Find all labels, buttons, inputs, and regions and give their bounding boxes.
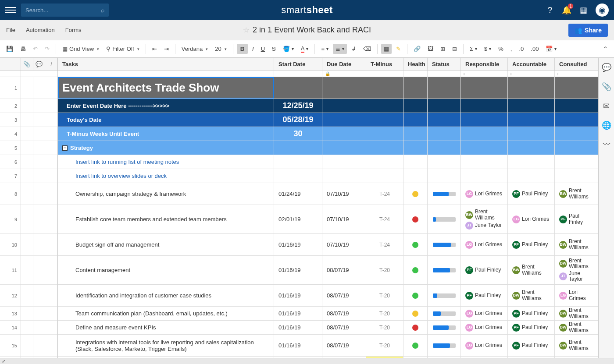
person-chip[interactable]: PFPaul Finley <box>465 292 501 300</box>
comments-column-icon[interactable]: 💬 <box>33 58 46 71</box>
cell-accountable[interactable]: LGLori Grimes <box>508 205 555 233</box>
cell-responsible[interactable]: LGLori Grimes <box>461 307 508 320</box>
cell-status[interactable] <box>428 321 461 334</box>
row-number[interactable]: 15 <box>0 335 21 357</box>
cell-accountable[interactable]: PFPaul Finley <box>508 234 555 255</box>
person-chip[interactable]: LGLori Grimes <box>465 310 502 318</box>
person-chip[interactable]: PFPaul Finley <box>512 342 548 350</box>
cell-due-date[interactable] <box>322 141 366 155</box>
cell-health[interactable] <box>403 234 428 255</box>
table-row[interactable]: Event Architects Trade Show <box>58 77 614 99</box>
cell-health[interactable] <box>403 205 428 233</box>
table-row[interactable]: Ownership, campaign strategy & framework… <box>58 183 614 205</box>
cell-accountable[interactable]: BWBrent Williams <box>508 285 555 306</box>
row-number[interactable]: 3 <box>0 113 21 127</box>
cell-task[interactable]: Content management <box>58 256 274 284</box>
cell-start-date[interactable]: 01/24/19 <box>274 183 322 205</box>
cell-accountable[interactable] <box>508 99 555 113</box>
person-chip[interactable]: BWBrent Williams <box>559 322 594 333</box>
cell-health[interactable] <box>403 141 428 155</box>
cell-task[interactable]: Integrations with internal tools for liv… <box>58 335 274 356</box>
font-color-button[interactable]: A▾ <box>298 43 311 54</box>
cell-start-date[interactable]: 30 <box>274 127 322 141</box>
cell-status[interactable] <box>428 307 461 320</box>
cell-responsible[interactable]: LGLori Grimes <box>461 335 508 356</box>
menu-forms[interactable]: Forms <box>65 27 82 33</box>
row-number[interactable]: 1 <box>0 77 21 99</box>
cell-task[interactable]: Event Architects Trade Show <box>58 77 274 99</box>
cell-health[interactable] <box>403 285 428 306</box>
person-chip[interactable]: PFPaul Finley <box>465 266 501 274</box>
cell-tminus[interactable] <box>366 141 403 155</box>
cell-responsible[interactable] <box>461 155 508 169</box>
redo-icon[interactable]: ↷ <box>42 44 52 54</box>
person-chip[interactable]: LGLori Grimes <box>465 241 502 249</box>
cell-status[interactable] <box>428 285 461 306</box>
cell-status[interactable] <box>428 234 461 255</box>
borders-icon[interactable]: ▦ <box>381 44 392 54</box>
cell-task[interactable]: Enter Event Date Here ------------->>>>> <box>58 99 274 113</box>
row-number[interactable]: 8 <box>0 183 21 205</box>
row-number[interactable]: 7 <box>0 169 21 183</box>
person-chip[interactable]: LGLori Grimes <box>465 324 502 332</box>
notifications-icon[interactable]: 🔔1 <box>562 6 571 14</box>
cell-start-date[interactable]: 12/25/19 <box>274 99 322 113</box>
link-icon[interactable]: 🔗 <box>411 44 423 54</box>
person-chip[interactable]: PFPaul Finley <box>512 241 548 249</box>
cell-accountable[interactable] <box>508 169 555 183</box>
cell-consulted[interactable] <box>555 77 599 99</box>
italic-button[interactable]: I <box>250 44 257 54</box>
cell-responsible[interactable] <box>461 77 508 99</box>
person-chip[interactable]: BWBrent Williams <box>559 307 594 319</box>
table-row[interactable]: Content management 01/16/19 08/07/19 T-2… <box>58 256 614 285</box>
person-chip[interactable]: BWBrent Williams <box>465 209 503 220</box>
favorite-star-icon[interactable]: ☆ <box>243 26 249 34</box>
cell-accountable[interactable] <box>508 155 555 169</box>
person-chip[interactable]: BWBrent Williams <box>512 290 550 301</box>
person-chip[interactable]: LGLori Grimes <box>465 190 502 198</box>
proof-icon[interactable]: ✉ <box>602 102 611 110</box>
table-row[interactable]: Identification and integration of custom… <box>58 285 614 307</box>
cell-consulted[interactable]: BWBrent Williams <box>555 335 599 356</box>
search-icon[interactable]: ⌕ <box>101 7 104 14</box>
cell-health[interactable] <box>403 321 428 334</box>
cell-task[interactable]: Establish core team members and extended… <box>58 205 274 233</box>
cell-responsible[interactable]: LGLori Grimes <box>461 321 508 334</box>
cell-accountable[interactable] <box>508 141 555 155</box>
cell-status[interactable] <box>428 256 461 284</box>
outdent-icon[interactable]: ⇤ <box>150 44 160 54</box>
table-row[interactable]: Insert link to running list of meeting n… <box>58 155 614 169</box>
insert-above-icon[interactable]: ⊞ <box>438 44 448 54</box>
cell-task[interactable]: Today's Date <box>58 113 274 127</box>
cell-task[interactable]: Ownership, campaign strategy & framework <box>58 183 274 205</box>
sum-icon[interactable]: Σ▾ <box>467 44 480 54</box>
cell-due-date[interactable] <box>322 113 366 127</box>
cell-tminus[interactable] <box>366 127 403 141</box>
cell-responsible[interactable]: LGLori Grimes <box>461 234 508 255</box>
person-chip[interactable]: JTJune Taylor <box>559 271 594 282</box>
table-row[interactable]: Define and measure event KPIs 01/16/19 0… <box>58 321 614 335</box>
cell-task[interactable]: Team communication plan (Dashboard, emai… <box>58 307 274 320</box>
row-number[interactable]: 11 <box>0 256 21 285</box>
date-format-icon[interactable]: 📅▾ <box>543 44 559 54</box>
cell-responsible[interactable]: PFPaul Finley <box>461 256 508 284</box>
cell-tminus[interactable]: T-24 <box>366 183 403 205</box>
row-number[interactable]: 6 <box>0 155 21 169</box>
cell-consulted[interactable]: PFPaul Finley <box>555 205 599 233</box>
cell-tminus[interactable] <box>366 99 403 113</box>
cell-due-date[interactable] <box>322 127 366 141</box>
highlight-icon[interactable]: ✎ <box>393 44 403 54</box>
cell-consulted[interactable]: BWBrent Williams <box>555 183 599 205</box>
font-family-dropdown[interactable]: Verdana <box>179 44 211 54</box>
cell-health[interactable] <box>403 99 428 113</box>
expand-icon[interactable]: ⤢ <box>2 359 5 364</box>
cell-health[interactable] <box>403 256 428 284</box>
cell-task[interactable]: Define and measure event KPIs <box>58 321 274 334</box>
person-chip[interactable]: PFPaul Finley <box>512 190 548 198</box>
cell-task[interactable]: T-Minus Weeks Until Event <box>58 127 274 141</box>
indent-icon[interactable]: ⇥ <box>161 44 171 54</box>
percent-icon[interactable]: % <box>496 44 506 54</box>
hamburger-menu-icon[interactable] <box>5 5 16 15</box>
cell-responsible[interactable]: PFPaul Finley <box>461 285 508 306</box>
clear-format-icon[interactable]: ⌫ <box>361 44 374 54</box>
